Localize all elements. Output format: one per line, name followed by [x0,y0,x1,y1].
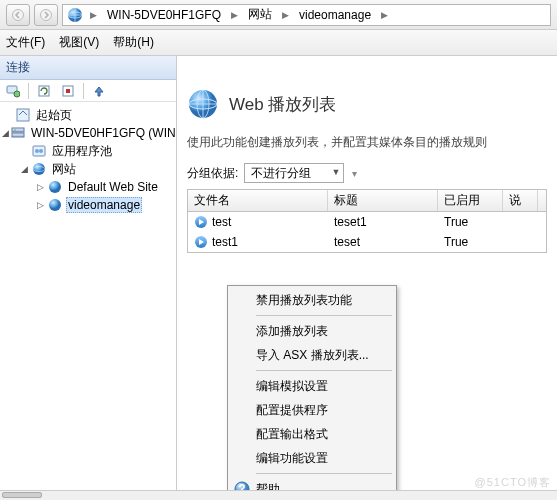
col-title[interactable]: 标题 [328,190,438,211]
menu-bar: 文件(F) 视图(V) 帮助(H) [0,30,557,56]
playlist-globe-icon [187,88,219,120]
tree-sites[interactable]: ◢ 网站 [0,160,176,178]
collapse-icon[interactable]: ◢ [2,127,9,139]
globe-icon [47,197,63,213]
breadcrumb-sites[interactable]: 网站 [245,5,275,24]
svg-point-1 [41,9,52,20]
grid-row[interactable]: test1 teset True [188,232,546,252]
menu-help[interactable]: 帮助(H) [113,34,154,51]
breadcrumb-host[interactable]: WIN-5DVE0HF1GFQ [104,7,224,23]
apppool-icon [31,143,47,159]
svg-text:?: ? [238,482,245,490]
breadcrumb[interactable]: ▶ WIN-5DVE0HF1GFQ ▶ 网站 ▶ videomanage ▶ [62,4,551,26]
group-by-combo[interactable]: 不进行分组 ▼ [244,163,344,183]
svg-point-18 [49,181,61,193]
svg-point-0 [13,9,24,20]
ctx-sim[interactable]: 编辑模拟设置 [230,374,394,398]
expand-icon[interactable]: ▷ [34,199,46,211]
group-by-row: 分组依据: 不进行分组 ▼ ▾ [187,163,547,183]
col-filename[interactable]: 文件名 [188,190,328,211]
collapse-icon[interactable]: ◢ [18,163,30,175]
svg-point-16 [33,163,45,175]
group-extra-icon[interactable]: ▾ [350,168,357,179]
tree-host[interactable]: ◢ WIN-5DVE0HF1GFQ (WIN- [0,124,176,142]
breadcrumb-site[interactable]: videomanage [296,7,374,23]
svg-point-12 [14,129,16,131]
context-menu: 禁用播放列表功能 添加播放列表 导入 ASX 播放列表... 编辑模拟设置 配置… [227,285,397,490]
menu-file[interactable]: 文件(F) [6,34,45,51]
svg-point-14 [35,149,39,153]
refresh-icon[interactable] [35,82,53,100]
playlist-item-icon [194,215,208,229]
ctx-disable[interactable]: 禁用播放列表功能 [230,288,394,312]
ctx-add[interactable]: 添加播放列表 [230,319,394,343]
connections-header: 连接 [0,56,177,80]
ctx-import[interactable]: 导入 ASX 播放列表... [230,343,394,367]
menu-view[interactable]: 视图(V) [59,34,99,51]
up-icon[interactable] [90,82,108,100]
globe-icon [31,161,47,177]
tree-pane: 起始页 ◢ WIN-5DVE0HF1GFQ (WIN- 应用程序池 ◢ 网站 ▷… [0,80,177,490]
svg-rect-8 [66,89,70,93]
watermark: @51CTO博客 [475,475,551,490]
tree: 起始页 ◢ WIN-5DVE0HF1GFQ (WIN- 应用程序池 ◢ 网站 ▷… [0,102,176,218]
grid-row[interactable]: test teset1 True [188,212,546,232]
server-icon [67,7,83,23]
scroll-thumb[interactable] [2,492,42,498]
svg-point-15 [39,149,43,153]
tree-start-page[interactable]: 起始页 [0,106,176,124]
tree-toolbar [0,80,176,102]
nav-forward-button[interactable] [34,4,58,26]
page-title: Web 播放列表 [229,93,336,116]
connect-icon[interactable] [4,82,22,100]
chevron-down-icon: ▼ [331,167,340,177]
chevron-right-icon[interactable]: ▶ [378,10,391,20]
server-icon [10,125,26,141]
svg-rect-11 [12,133,24,137]
main-pane: Web 播放列表 使用此功能创建播放列表，并配置其媒体条目的播放规则 分组依据:… [177,80,557,490]
globe-icon [47,179,63,195]
grid-header: 文件名 标题 已启用 说 [188,190,546,212]
col-more[interactable]: 说 [503,190,538,211]
stop-icon[interactable] [59,82,77,100]
address-bar: ▶ WIN-5DVE0HF1GFQ ▶ 网站 ▶ videomanage ▶ [0,0,557,30]
tree-videomanage[interactable]: ▷ videomanage [0,196,176,214]
ctx-output[interactable]: 配置输出格式 [230,422,394,446]
nav-back-button[interactable] [6,4,30,26]
expand-icon[interactable]: ▷ [34,181,46,193]
svg-rect-10 [12,128,24,132]
ctx-func[interactable]: 编辑功能设置 [230,446,394,470]
bottom-strip [0,490,557,500]
playlist-grid: 文件名 标题 已启用 说 test teset1 True test1 tese… [187,189,547,253]
chevron-right-icon[interactable]: ▶ [228,10,241,20]
ctx-help[interactable]: ? 帮助 [230,477,394,490]
group-by-label: 分组依据: [187,165,238,182]
chevron-right-icon[interactable]: ▶ [279,10,292,20]
playlist-item-icon [194,235,208,249]
help-icon: ? [234,481,250,490]
home-icon [15,107,31,123]
col-enabled[interactable]: 已启用 [438,190,503,211]
svg-point-19 [49,199,61,211]
tree-apppools[interactable]: 应用程序池 [0,142,176,160]
chevron-right-icon[interactable]: ▶ [87,10,100,20]
page-description: 使用此功能创建播放列表，并配置其媒体条目的播放规则 [187,134,547,151]
ctx-provider[interactable]: 配置提供程序 [230,398,394,422]
svg-point-5 [14,91,20,97]
tree-default-site[interactable]: ▷ Default Web Site [0,178,176,196]
